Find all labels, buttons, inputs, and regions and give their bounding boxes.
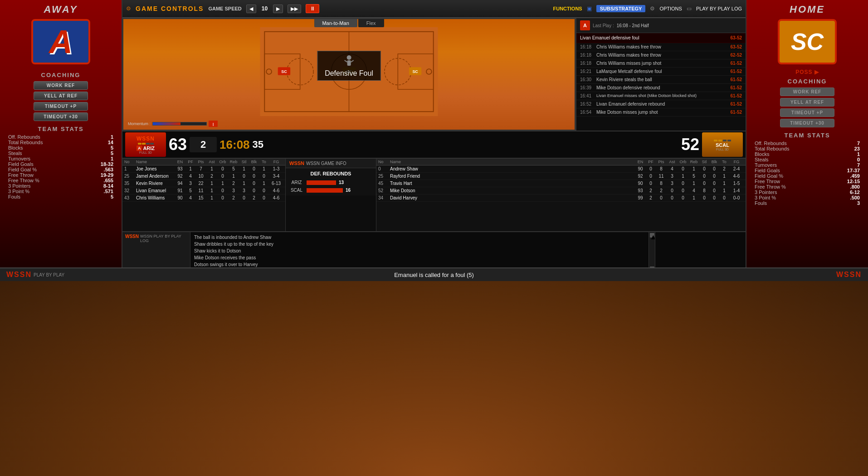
home-stat-val-3: 0 xyxy=(857,157,860,162)
away-stat-val-4: 1 xyxy=(111,156,113,161)
col-pts-away: Pts xyxy=(195,160,206,164)
pbp-scrollbar[interactable]: ▲ ▼ xyxy=(649,232,655,272)
fast-forward-button[interactable]: ▶▶ xyxy=(288,5,301,13)
col-stl-home: Stl xyxy=(699,160,709,164)
away-timeout-30-button[interactable]: TIMEOUT +30 xyxy=(34,112,88,121)
status-right: WSSN xyxy=(771,271,862,279)
away-team-badge: A ARIZ xyxy=(137,146,155,151)
away-work-ref-button[interactable]: WORK REF xyxy=(34,81,88,90)
home-team-logo: SC xyxy=(778,19,837,64)
away-stat-name-8: Free Throw % xyxy=(8,178,39,183)
away-player-row-2: 35 Kevin Riviere 94 3 22 1 1 2 1 0 1 6-1… xyxy=(122,180,285,187)
home-poss-label: POSS ▶ xyxy=(795,69,819,75)
last-play-header: A Last Play : 16:08 - 2nd Half xyxy=(576,18,746,33)
away-stat-name-9: 3 Pointers xyxy=(8,183,31,189)
col-ast-away: Ast xyxy=(206,160,217,164)
top-bar: ⚙ GAME CONTROLS GAME SPEED ◀ 10 ▶ ▶▶ ⏸ F… xyxy=(122,0,746,18)
away-stat-val-9: 8-14 xyxy=(103,183,113,189)
away-progress-dots xyxy=(138,143,154,145)
home-stat-name-3: Steals xyxy=(755,157,769,162)
home-stat-val-2: 1 xyxy=(857,151,860,157)
ariz-reb-bar xyxy=(307,180,336,185)
home-timeout-30-button[interactable]: TIMEOUT +30 xyxy=(780,119,834,127)
home-stat-name-2: Blocks xyxy=(755,151,769,157)
svg-point-16 xyxy=(347,55,351,60)
away-logo-letter: A xyxy=(49,23,73,60)
away-stat-name-11: Fouls xyxy=(8,194,20,199)
col-no-home: No xyxy=(378,160,390,164)
court-tabs: Man-to-Man Flex xyxy=(314,19,384,27)
home-work-ref-button[interactable]: WORK REF xyxy=(780,87,834,96)
away-timeout-p-button[interactable]: TIMEOUT +P xyxy=(34,102,88,111)
last-play-score: 63-52 xyxy=(730,35,742,40)
pbp-entries: 16:18 Chris Williams makes free throw 63… xyxy=(576,43,746,117)
game-info-label: WSSN GAME INFO xyxy=(306,161,346,166)
away-panel: AWAY A COACHING WORK REF YELL AT REF TIM… xyxy=(0,0,122,272)
pbp-log-line-3: Mike Dotson receives the pass xyxy=(194,254,645,261)
scal-label: SCAL xyxy=(289,188,304,193)
away-stat-val-8: .655 xyxy=(104,178,113,183)
scoreboard: WSSN A ARIZ FULL 3D 63 2 16:08 35 52 xyxy=(122,131,746,159)
momentum-label: Momentum : xyxy=(128,121,151,126)
pause-button[interactable]: ⏸ xyxy=(306,4,319,13)
time-container: 16:08 xyxy=(219,138,250,152)
controls-icon: ⚙ xyxy=(126,5,131,12)
away-stat-name-2: Blocks xyxy=(8,145,23,151)
home-stats-container: Off. Rebounds7 Total Rebounds23 Blocks1 … xyxy=(750,141,864,206)
svg-text:SC: SC xyxy=(281,69,287,74)
momentum-flag: | xyxy=(209,121,218,127)
away-stats-container: Off. Rebounds1 Total Rebounds14 Blocks5 … xyxy=(4,134,118,199)
momentum-fill xyxy=(153,122,180,125)
col-en-away: EN xyxy=(175,160,185,164)
col-reb-away: Reb xyxy=(228,160,239,164)
status-pbp-label: PLAY BY PLAY xyxy=(34,272,64,277)
pbp-log-header-container: WSSN WSSN PLAY BY PLAY LOG xyxy=(122,232,190,272)
status-wssn-right: WSSN xyxy=(836,271,862,278)
home-stat-val-4: 7 xyxy=(857,162,860,168)
speed-down-button[interactable]: ◀ xyxy=(246,5,256,13)
pbp-entry-0: 16:18 Chris Williams makes free throw 63… xyxy=(576,43,746,51)
speed-up-button[interactable]: ▶ xyxy=(273,5,283,13)
home-stat-val-6: .459 xyxy=(850,173,860,179)
status-left: WSSN PLAY BY PLAY xyxy=(6,271,97,279)
gear-icon: ⚙ xyxy=(650,5,655,12)
col-pf-home: PF xyxy=(646,160,656,164)
def-rebounds-label: DEF. REBOUNDS xyxy=(289,171,372,176)
away-stat-name-10: 3 Point % xyxy=(8,189,29,194)
wssn-brand-away: WSSN xyxy=(137,136,155,142)
away-score-display: 63 xyxy=(169,135,187,154)
pbp-entry-1: 16:18 Chris Williams makes free throw 62… xyxy=(576,51,746,59)
man-to-man-tab[interactable]: Man-to-Man xyxy=(314,19,357,27)
home-timeout-p-button[interactable]: TIMEOUT +P xyxy=(780,108,834,117)
game-speed-label: GAME SPEED xyxy=(208,6,241,11)
home-stats-label: TEAM STATS xyxy=(784,132,830,139)
away-stat-val-10: .571 xyxy=(104,189,113,194)
col-ast-home: Ast xyxy=(667,160,678,164)
away-player-row-4: 43 Chris Williams 90 4 15 1 0 2 0 2 0 4-… xyxy=(122,194,285,202)
home-yell-ref-button[interactable]: YELL AT REF xyxy=(780,98,834,107)
home-stat-val-7: 12-15 xyxy=(847,179,860,184)
court-background xyxy=(0,281,868,476)
court-pbp-area: Man-to-Man Flex xyxy=(122,18,746,131)
away-stat-name-1: Total Rebounds xyxy=(8,140,43,145)
scal-reb-bar xyxy=(307,188,343,193)
wssn-logo-label: WSSN xyxy=(289,160,304,166)
subs-icon[interactable]: ▣ xyxy=(587,5,592,12)
away-player-row-1: 25 Jamel Anderson 92 4 10 2 0 1 0 0 0 3-… xyxy=(122,173,285,180)
svg-line-19 xyxy=(351,60,354,62)
home-stat-val-8: .800 xyxy=(850,184,860,189)
col-orb-away: Orb xyxy=(217,160,228,164)
home-stat-name-7: Free Throw xyxy=(755,179,780,184)
scroll-up-arrow[interactable]: ▲ xyxy=(650,233,654,238)
col-fg-home: FG xyxy=(729,160,744,164)
options-button[interactable]: OPTIONS xyxy=(659,6,682,11)
away-yell-ref-button[interactable]: YELL AT REF xyxy=(34,92,88,100)
col-to-away: To xyxy=(259,160,269,164)
functions-button[interactable]: FUNCTIONS xyxy=(553,6,582,11)
pbp-log-button[interactable]: PLAY BY PLAY LOG xyxy=(696,6,742,11)
ariz-reb-value: 13 xyxy=(339,180,344,185)
subs-strategy-button[interactable]: SUBS/STRATEGY xyxy=(596,5,646,12)
col-reb-home: Reb xyxy=(688,160,699,164)
flex-tab[interactable]: Flex xyxy=(358,19,384,27)
away-stat-name-0: Off. Rebounds xyxy=(8,134,40,140)
